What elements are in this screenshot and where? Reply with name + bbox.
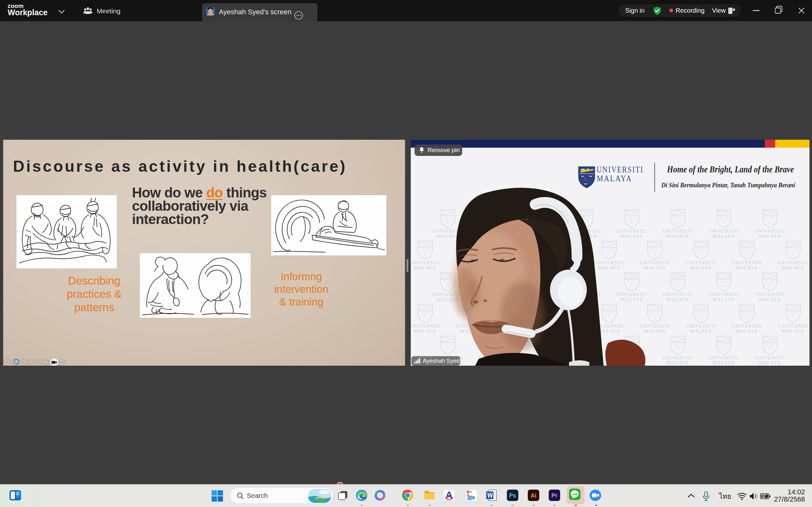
svg-text:UNIVERSITI: UNIVERSITI <box>597 165 644 174</box>
svg-text:REN: REN <box>447 498 452 501</box>
svg-text:Ai: Ai <box>531 493 537 499</box>
svg-text:LINE: LINE <box>571 493 578 496</box>
svg-text:MALAYA: MALAYA <box>597 174 632 183</box>
svg-text:Pr: Pr <box>551 493 557 499</box>
svg-text:Home of the Bright, Land of th: Home of the Bright, Land of the Brave <box>667 164 794 174</box>
svg-text:Di Sini Bermulanya Pintar, Tan: Di Sini Bermulanya Pintar, Tanah Tumpahn… <box>661 181 795 189</box>
svg-text:Ps: Ps <box>509 493 516 499</box>
